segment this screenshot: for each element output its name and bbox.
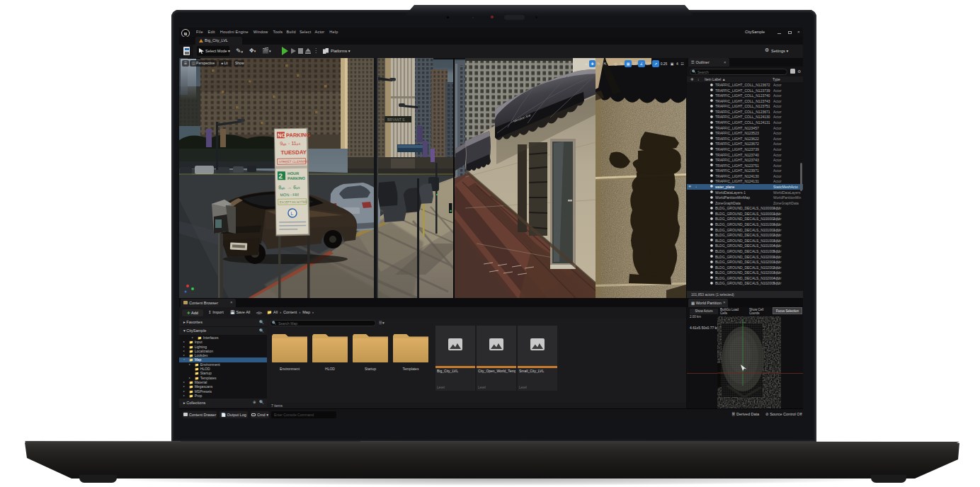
svg-text:PARKING: PARKING bbox=[286, 132, 310, 139]
svg-text:NO: NO bbox=[278, 132, 286, 139]
svg-text:TUESDAY: TUESDAY bbox=[280, 149, 307, 156]
svg-text:2: 2 bbox=[278, 172, 283, 180]
svg-text:8ₐₖ → 6ₚₖ: 8ₐₖ → 6ₚₖ bbox=[278, 184, 300, 191]
svg-text:L: L bbox=[290, 211, 293, 216]
svg-text:9ₐₖ - 11ₚₖ: 9ₐₖ - 11ₚₖ bbox=[280, 140, 301, 147]
svg-text:STREET CLEANING: STREET CLEANING bbox=[279, 160, 309, 164]
svg-text:HOUR: HOUR bbox=[287, 171, 299, 176]
svg-text:BRYANT S: BRYANT S bbox=[387, 118, 405, 122]
svg-text:PARKING: PARKING bbox=[287, 176, 305, 181]
svg-text:EXCEPT AS NOTED: EXCEPT AS NOTED bbox=[280, 200, 307, 205]
svg-text:MON - FRI: MON - FRI bbox=[280, 193, 299, 197]
